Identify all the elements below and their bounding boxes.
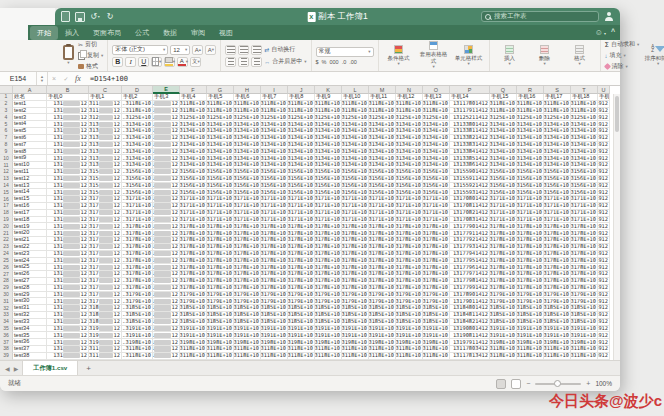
cell[interactable]: 1.3191E+10	[234, 332, 261, 339]
cell[interactable]: 1.3171E+10	[122, 196, 153, 203]
cell[interactable]: 1.3156E+10	[207, 183, 234, 190]
cell[interactable]: 1.3156E+10	[234, 169, 261, 176]
cell[interactable]: 1.3134E+10	[517, 149, 544, 156]
cell[interactable]: 1.3134E+10	[122, 128, 153, 135]
cell[interactable]: 1.3171E+10	[122, 210, 153, 217]
cell[interactable]: 13133840012	[47, 149, 89, 156]
cell[interactable]: 1.3185E+10	[544, 319, 571, 326]
cell[interactable]: 13177921412	[450, 237, 490, 244]
number-format-select[interactable]: 常规▾	[316, 47, 374, 57]
cell[interactable]: 1.3178E+10	[180, 244, 207, 251]
cell[interactable]: 13133850012	[47, 155, 89, 162]
cell[interactable]: 1.3156E+10	[423, 189, 450, 196]
cell[interactable]: 1.3178E+10	[517, 237, 544, 244]
row-header-24[interactable]: 24	[0, 251, 13, 258]
cell[interactable]: 13184821912	[598, 319, 610, 326]
cell[interactable]: 13117911412	[450, 108, 490, 115]
cell[interactable]: 1.3118E+10	[315, 101, 342, 108]
cell[interactable]: 1.3185E+10	[342, 319, 369, 326]
cell[interactable]: 1.3156E+10	[261, 169, 288, 176]
cell[interactable]: 1.3178E+10	[517, 223, 544, 230]
cell[interactable]: 1.3171E+10	[207, 203, 234, 210]
cell[interactable]: 1.3191E+10	[234, 326, 261, 333]
cell[interactable]: 1.3179E+10	[122, 292, 153, 299]
increase-decimal-button[interactable]: .0	[342, 59, 347, 65]
cell[interactable]: test14	[13, 189, 47, 196]
cell[interactable]: 13133830112	[89, 142, 122, 149]
cell[interactable]: 1.3178E+10	[396, 264, 423, 271]
cell[interactable]: 1.3178E+10	[396, 271, 423, 278]
cell[interactable]: 1.3134E+10	[369, 142, 396, 149]
row-header-13[interactable]: 13	[0, 176, 13, 183]
cell[interactable]: 1.3156E+10	[571, 183, 598, 190]
cell[interactable]: test26	[13, 271, 47, 278]
cell[interactable]: 1.3156E+10	[342, 189, 369, 196]
cell[interactable]: 1.3118E+10	[288, 353, 315, 360]
cell[interactable]: 1.3178E+10	[571, 223, 598, 230]
cell[interactable]: 1.3185E+10	[571, 305, 598, 312]
cell[interactable]: 1.3179E+10	[396, 298, 423, 305]
cell[interactable]: 1.3178E+10	[207, 278, 234, 285]
cell[interactable]: 1.3178E+10	[396, 237, 423, 244]
column-header-d[interactable]: D	[122, 86, 153, 94]
column-header-c[interactable]: C	[89, 86, 122, 94]
cell[interactable]: 手机8	[288, 94, 315, 101]
cell[interactable]: 1.3178E+10	[517, 278, 544, 285]
cell[interactable]: 13170810312	[153, 203, 180, 210]
cell[interactable]: 13177931912	[598, 244, 610, 251]
row-header-32[interactable]: 32	[0, 305, 13, 312]
cell[interactable]: 1.3171E+10	[423, 210, 450, 217]
cell[interactable]: 13125210012	[47, 114, 89, 121]
cell[interactable]: 1.3178E+10	[315, 230, 342, 237]
cell[interactable]: 1.3178E+10	[234, 285, 261, 292]
cell[interactable]: 1.3134E+10	[571, 149, 598, 156]
cell[interactable]: 1.3178E+10	[180, 237, 207, 244]
cell[interactable]: 1.3156E+10	[122, 169, 153, 176]
cell[interactable]: 1.3118E+10	[423, 101, 450, 108]
cell[interactable]: 1.3156E+10	[288, 176, 315, 183]
cell[interactable]: 1.3191E+10	[261, 326, 288, 333]
cell[interactable]: 1.3178E+10	[207, 258, 234, 265]
cell[interactable]: 1.3178E+10	[517, 230, 544, 237]
cell[interactable]: 13117910012	[47, 108, 89, 115]
cell[interactable]: 13190810112	[89, 332, 122, 339]
cell[interactable]: 1.3178E+10	[423, 264, 450, 271]
row-header-26[interactable]: 26	[0, 264, 13, 271]
cell[interactable]: 13117802012	[47, 346, 89, 353]
cell[interactable]: 手机1	[89, 94, 122, 101]
cell[interactable]: 13184800012	[47, 305, 89, 312]
cell[interactable]: 13133840112	[89, 149, 122, 156]
cell[interactable]: 1.3156E+10	[180, 176, 207, 183]
cell[interactable]: 13178900012	[47, 292, 89, 299]
cell[interactable]: 1.3191E+10	[396, 326, 423, 333]
cell[interactable]: 13184820312	[153, 319, 180, 326]
cell[interactable]: 13179010312	[153, 298, 180, 305]
cell[interactable]: 1.3178E+10	[288, 237, 315, 244]
cell[interactable]: 13177970312	[153, 271, 180, 278]
column-header-f[interactable]: F	[180, 86, 207, 94]
cell[interactable]: 1.3134E+10	[517, 121, 544, 128]
cell[interactable]: 1.3178E+10	[369, 251, 396, 258]
format-as-table-button[interactable]: 套用表格格式▾	[418, 41, 450, 69]
cell[interactable]: 1.3178E+10	[207, 285, 234, 292]
cell[interactable]: 1.3185E+10	[517, 312, 544, 319]
cell[interactable]: 手机19	[598, 94, 610, 101]
cell[interactable]: 13133861912	[598, 162, 610, 169]
cell[interactable]: 13177900312	[153, 223, 180, 230]
cell[interactable]: 1.3198E+10	[544, 339, 571, 346]
cell[interactable]: 13170800012	[47, 196, 89, 203]
cell[interactable]: 1.3156E+10	[342, 176, 369, 183]
undo-button[interactable]: ↺▾	[90, 11, 100, 22]
cell[interactable]: 13184821412	[450, 319, 490, 326]
cell[interactable]: 1.3118E+10	[571, 353, 598, 360]
cell[interactable]: 13184820012	[47, 319, 89, 326]
cell[interactable]: 1.3171E+10	[490, 217, 517, 224]
cell[interactable]: 1.3156E+10	[571, 176, 598, 183]
row-header-10[interactable]: 10	[0, 155, 13, 162]
cell[interactable]: 1.3134E+10	[517, 155, 544, 162]
cell[interactable]: 1.3185E+10	[490, 312, 517, 319]
cell[interactable]: 1.3118E+10	[288, 346, 315, 353]
cell[interactable]: 1.3134E+10	[490, 128, 517, 135]
cell[interactable]: 1.3178E+10	[288, 258, 315, 265]
cell[interactable]: 13133831912	[598, 142, 610, 149]
